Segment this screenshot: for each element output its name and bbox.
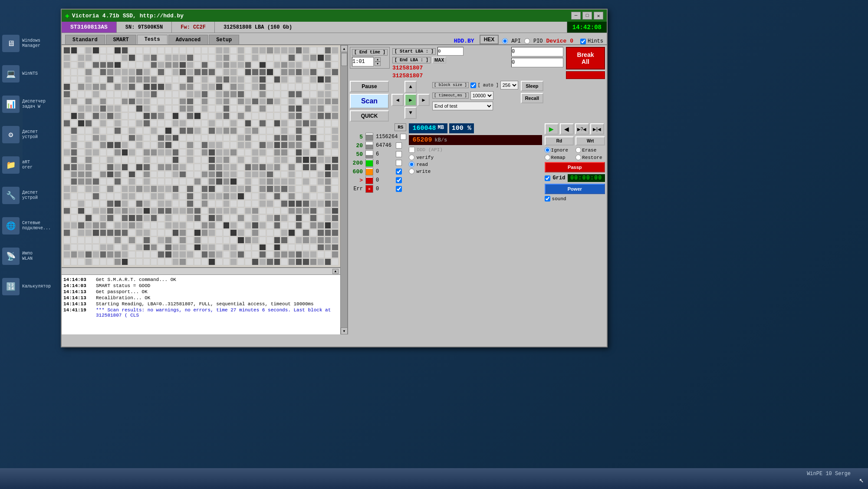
hex-button[interactable]: HEX	[480, 35, 499, 44]
scan-cell	[179, 98, 186, 105]
error-bar-600	[366, 169, 373, 175]
scroll-up-arrow[interactable]: ▲	[341, 45, 348, 52]
scan-cell	[78, 237, 85, 244]
scan-cell	[128, 91, 135, 98]
rewind-button[interactable]: ◀	[560, 123, 574, 135]
sidebar-item-devmanager[interactable]: ⚙ Диспетустрой	[2, 126, 63, 143]
error-cb-20[interactable]	[396, 142, 402, 149]
break-all-button[interactable]: BreakAll	[566, 47, 605, 69]
tab-tests[interactable]: Tests	[137, 35, 168, 44]
hints-checkbox[interactable]	[580, 39, 586, 44]
scan-cell	[172, 244, 179, 251]
sound-checkbox[interactable]	[545, 196, 550, 202]
tab-standard[interactable]: Standard	[65, 35, 105, 44]
grid-checkbox[interactable]	[545, 175, 550, 181]
tab-smart[interactable]: SMART	[106, 35, 136, 44]
pio-radio[interactable]	[524, 38, 530, 44]
sidebar-item-art[interactable]: 📁 aRTorer	[2, 156, 63, 174]
sidebar-item-taskmanager[interactable]: 📊 Диспетчерзадач W	[2, 96, 63, 113]
dir-center-button[interactable]: ▶	[404, 94, 417, 106]
ignore-radio[interactable]	[545, 147, 550, 153]
scan-cell	[208, 127, 215, 134]
error-cb-err[interactable]	[396, 186, 402, 192]
sidebar-item-calc[interactable]: 🔢 Калькулятор	[2, 278, 63, 295]
power-button[interactable]: Power	[545, 184, 605, 194]
scroll-down-arrow[interactable]: ▼	[341, 327, 348, 334]
maximize-button[interactable]: □	[582, 12, 592, 20]
erase-radio[interactable]	[575, 147, 581, 153]
sidebar-item-devmanager2[interactable]: 🔧 Диспетустрой	[2, 187, 63, 204]
dir-up-button[interactable]: ▲	[404, 81, 417, 93]
passp-button[interactable]: Passp	[545, 162, 605, 172]
scan-cell	[288, 149, 295, 156]
sidebar-item-winmanager[interactable]: 🖥 WindowsManager	[2, 35, 63, 52]
read-radio[interactable]	[409, 162, 414, 167]
tab-advanced[interactable]: Advanced	[168, 35, 208, 44]
sidebar-item-winnts[interactable]: 💻 WinNTS	[2, 65, 63, 83]
max-button[interactable]: MAX	[432, 57, 446, 63]
scan-cell	[259, 164, 266, 171]
scan-cell	[252, 98, 259, 105]
grid-timer: 00:00:00	[568, 174, 605, 182]
error-cb-200[interactable]	[396, 160, 402, 166]
dir-down-button[interactable]: ▼	[404, 107, 417, 119]
scan-cell	[317, 83, 324, 90]
start-lba-input[interactable]	[437, 47, 464, 56]
write-radio[interactable]	[409, 169, 414, 174]
scroll-thumb[interactable]	[341, 53, 347, 66]
time-spin-up[interactable]: ▲	[375, 57, 381, 62]
scan-cell	[201, 229, 208, 236]
scan-cell	[92, 156, 99, 163]
tab-setup[interactable]: Setup	[209, 35, 239, 44]
log-scroll-up[interactable]: ▲	[332, 269, 339, 274]
scan-cell	[187, 208, 194, 215]
window-title-text: ✚ Victoria 4.71b SSD, http://hdd.by	[65, 11, 184, 20]
close-button[interactable]: ✕	[594, 12, 603, 20]
recall-button[interactable]: Recall	[521, 93, 543, 103]
minimize-button[interactable]: ─	[571, 12, 581, 20]
quick-button[interactable]: QUICK	[350, 110, 389, 122]
error-cb-5[interactable]	[400, 134, 406, 140]
scan-button[interactable]: Scan	[350, 94, 389, 109]
scan-cell	[92, 54, 99, 61]
scan-cell	[245, 244, 252, 251]
erase-radio-row: Erase	[575, 147, 605, 153]
scan-cell	[151, 105, 158, 112]
time-spin-down[interactable]: ▼	[375, 62, 381, 66]
remap-radio[interactable]	[545, 155, 550, 160]
wrt-button[interactable]: Wrt	[575, 136, 605, 145]
sidebar-item-network[interactable]: 🌐 Сетевыеподключе...	[2, 217, 63, 235]
end-time-input[interactable]	[352, 57, 374, 66]
ff-button[interactable]: ▶?◀	[575, 123, 589, 135]
verify-radio[interactable]	[409, 155, 414, 160]
error-cb-50[interactable]	[396, 151, 402, 157]
lba-input-2[interactable]	[511, 58, 563, 67]
end-test-select[interactable]: End of test Repeat	[432, 102, 493, 110]
scan-cell	[179, 222, 186, 229]
dir-left-button[interactable]: ◀	[391, 94, 404, 106]
hdd-by-link[interactable]: HDD.BY	[449, 38, 480, 44]
scan-cell	[223, 47, 230, 54]
scan-scrollbar[interactable]: ▲ ▼	[340, 45, 347, 334]
ddd-checkbox[interactable]	[409, 147, 415, 153]
end-button[interactable]: ▶|◀	[590, 123, 604, 135]
sleep-button[interactable]: Sleep	[521, 81, 543, 91]
api-radio[interactable]	[502, 38, 508, 44]
current-time: 14:42:08	[567, 22, 607, 33]
lba-input-1[interactable]	[511, 47, 563, 56]
scan-cell	[274, 258, 281, 265]
rd-button[interactable]: Rd	[545, 136, 574, 145]
timeout-select[interactable]: 10000 5000 30000	[470, 91, 493, 100]
pause-button[interactable]: Pause	[350, 81, 389, 92]
error-cb-600[interactable]	[396, 169, 402, 175]
scan-cell	[85, 208, 92, 215]
dir-right-button[interactable]: ▶	[418, 94, 430, 106]
restore-radio[interactable]	[575, 155, 581, 160]
block-size-select[interactable]: 256 128 512	[500, 81, 518, 89]
auto-checkbox[interactable]	[470, 83, 476, 88]
sidebar-item-wlan[interactable]: 📡 ИмпоWLAN	[2, 248, 63, 265]
scan-cell	[114, 91, 121, 98]
scan-cell	[245, 164, 252, 171]
error-cb-gt[interactable]	[396, 177, 402, 183]
play-button[interactable]: ▶	[545, 123, 559, 135]
